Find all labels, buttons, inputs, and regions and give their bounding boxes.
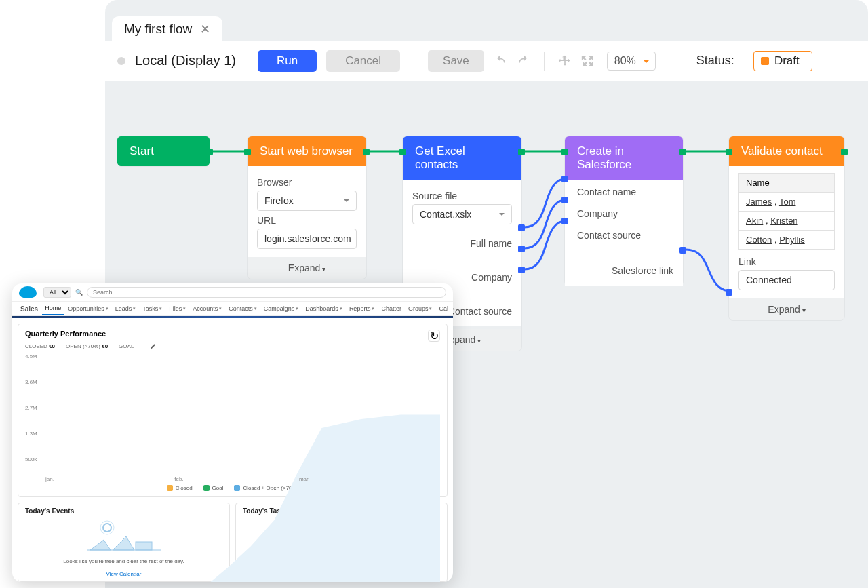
port-data-out[interactable] <box>518 224 525 231</box>
node-create-title: Create in Salesforce <box>565 136 683 180</box>
device-status-icon <box>117 57 125 65</box>
port-out[interactable] <box>679 149 686 155</box>
edit-icon[interactable] <box>150 343 156 349</box>
toolbar: Local (Display 1) Run Cancel Save 80% St… <box>105 41 868 81</box>
node-create[interactable]: Create in Salesforce Contact name Compan… <box>565 136 683 286</box>
sf-nav: Sales Home Opportunities▾ Leads▾ Tasks▾ … <box>12 302 453 316</box>
in-company: Company <box>574 203 673 224</box>
status-value: Draft <box>774 54 800 68</box>
port-out[interactable] <box>206 149 213 155</box>
sf-tab-tasks[interactable]: Tasks▾ <box>140 302 165 315</box>
port-in[interactable] <box>726 149 732 155</box>
port-out[interactable] <box>363 149 370 155</box>
device-label: Local (Display 1) <box>135 53 236 68</box>
sf-banner <box>12 316 453 318</box>
sf-tab-campaigns[interactable]: Campaigns▾ <box>261 302 302 315</box>
status-label: Status: <box>696 54 734 68</box>
metric-open: OPEN (>70%) €0 <box>66 343 108 349</box>
port-data-out[interactable] <box>679 247 686 254</box>
node-validate-title: Validate contact <box>729 136 844 166</box>
redo-icon[interactable] <box>517 54 530 68</box>
sf-tab-contacts[interactable]: Contacts▾ <box>226 302 260 315</box>
metric-closed: CLOSED €0 <box>25 343 55 349</box>
node-validate[interactable]: Validate contact Name James , Tom Akin ,… <box>729 136 844 320</box>
out-sflink: Salesforce link <box>574 246 673 281</box>
zoom-select[interactable]: 80% <box>607 52 656 71</box>
divider <box>544 52 545 71</box>
fit-icon[interactable] <box>581 54 595 68</box>
link-input[interactable]: Connected <box>738 270 835 290</box>
sf-tab-more[interactable]: Cal <box>436 302 451 315</box>
sf-tab-leads[interactable]: Leads▾ <box>113 302 139 315</box>
close-icon[interactable]: ✕ <box>200 22 210 37</box>
sf-tab-groups[interactable]: Groups▾ <box>406 302 435 315</box>
url-label: URL <box>257 215 357 226</box>
status-pill[interactable]: Draft <box>753 51 812 71</box>
status-dot-icon <box>761 57 769 65</box>
node-browser-title: Start web browser <box>248 136 366 166</box>
source-label: Source file <box>412 191 512 201</box>
flow-tab-title: My first flow <box>124 22 192 37</box>
port-out[interactable] <box>841 149 848 155</box>
port-data-out[interactable] <box>518 267 525 273</box>
browser-select[interactable]: Firefox <box>257 191 357 211</box>
sf-tab-dashboards[interactable]: Dashboards▾ <box>302 302 345 315</box>
expand-button[interactable]: Expand ▾ <box>729 298 844 320</box>
sf-search-scope[interactable]: All <box>43 287 71 298</box>
validate-table: Name James , Tom Akin , Kristen Cotton ,… <box>738 173 835 250</box>
expand-button[interactable]: Expand ▾ <box>248 257 366 279</box>
browser-label: Browser <box>257 177 357 188</box>
cancel-button[interactable]: Cancel <box>326 50 400 72</box>
run-button[interactable]: Run <box>258 50 317 72</box>
sf-panel-title: Quarterly Performance <box>25 330 440 338</box>
sf-tab-reports[interactable]: Reports▾ <box>347 302 378 315</box>
table-row: Cotton , Phyllis <box>739 231 835 250</box>
node-browser[interactable]: Start web browser Browser Firefox URL lo… <box>248 136 366 279</box>
port-data-in[interactable] <box>561 197 568 203</box>
link-label: Link <box>738 256 835 267</box>
salesforce-logo-icon <box>19 286 37 298</box>
port-in[interactable] <box>399 149 406 155</box>
source-select[interactable]: Contact.xslx <box>412 204 512 224</box>
port-data-in[interactable] <box>561 218 568 224</box>
table-header-name: Name <box>739 174 835 193</box>
flow-tab[interactable]: My first flow ✕ <box>112 16 222 41</box>
sf-tab-home[interactable]: Home <box>42 302 64 315</box>
port-out[interactable] <box>518 149 525 155</box>
sf-search: All 🔍 <box>43 287 446 298</box>
refresh-icon[interactable]: ↻ <box>428 330 440 342</box>
sf-metrics: CLOSED €0 OPEN (>70%) €0 GOAL -- <box>25 343 440 349</box>
port-in[interactable] <box>561 149 568 155</box>
port-data-in[interactable] <box>561 176 568 182</box>
search-icon: 🔍 <box>75 289 83 296</box>
port-data-out[interactable] <box>518 246 525 252</box>
sf-tab-opportunities[interactable]: Opportunities▾ <box>65 302 111 315</box>
chevron-down-icon <box>499 213 505 218</box>
url-input[interactable]: login.salesforce.com <box>257 229 357 249</box>
divider <box>414 52 414 71</box>
table-row: James , Tom <box>739 193 835 212</box>
undo-icon[interactable] <box>494 54 507 68</box>
node-excel-title: Get Excel contacts <box>403 136 521 180</box>
node-start[interactable]: Start <box>117 136 210 166</box>
sf-chart-area <box>45 353 440 582</box>
sf-quarterly-panel: ↻ Quarterly Performance CLOSED €0 OPEN (… <box>18 324 448 497</box>
sf-tab-chatter[interactable]: Chatter <box>378 302 404 315</box>
in-contactname: Contact name <box>574 181 673 203</box>
move-icon[interactable] <box>558 54 572 68</box>
sf-search-input[interactable] <box>87 287 446 298</box>
sf-app-name: Sales <box>20 305 38 313</box>
sf-tab-files[interactable]: Files▾ <box>166 302 189 315</box>
node-start-title: Start <box>117 136 210 166</box>
sf-chart: 4.5M 3.6M 2.7M 1.3M 500k jan. feb. mar. <box>25 353 440 482</box>
sf-header: All 🔍 <box>12 283 453 302</box>
port-data-in[interactable] <box>726 289 732 296</box>
in-contactsource: Contact source <box>574 224 673 246</box>
port-in[interactable] <box>244 149 251 155</box>
save-button[interactable]: Save <box>428 50 484 72</box>
metric-goal: GOAL -- <box>119 343 139 349</box>
table-row: Akin , Kristen <box>739 212 835 231</box>
sf-tab-accounts[interactable]: Accounts▾ <box>190 302 224 315</box>
salesforce-window: All 🔍 Sales Home Opportunities▾ Leads▾ T… <box>12 283 453 582</box>
out-fullname: Full name <box>412 229 512 258</box>
